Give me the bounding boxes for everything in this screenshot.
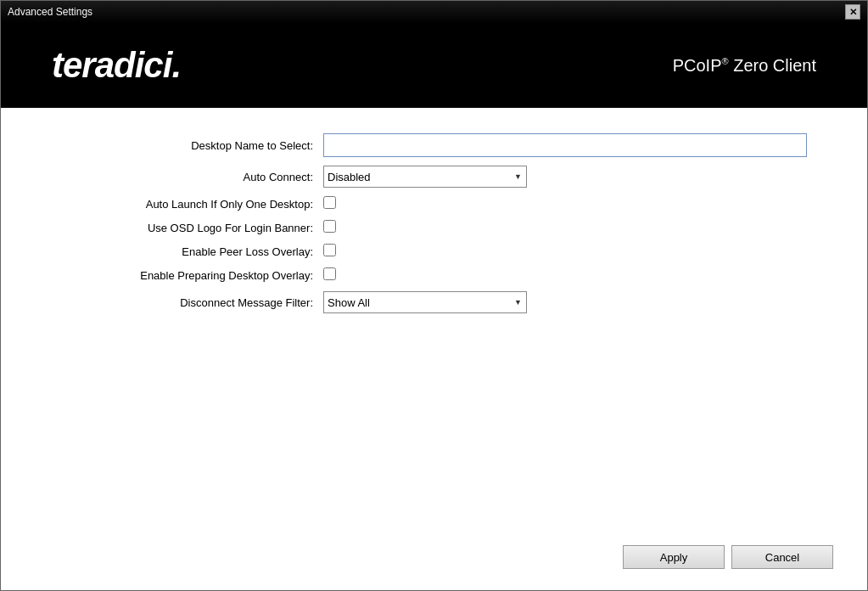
auto-launch-checkbox[interactable] xyxy=(323,196,336,209)
apply-button[interactable]: Apply xyxy=(623,545,725,569)
auto-connect-select[interactable]: Disabled Enabled xyxy=(323,166,527,188)
enable-peer-loss-row: Enable Peer Loss Overlay: xyxy=(35,244,833,259)
product-suffix: Zero Client xyxy=(729,56,816,75)
disconnect-filter-select-wrapper: Show All Show None Show Error xyxy=(323,291,527,313)
cancel-button[interactable]: Cancel xyxy=(731,545,833,569)
auto-launch-control xyxy=(323,196,833,211)
use-osd-logo-checkbox[interactable] xyxy=(323,220,336,233)
close-button[interactable]: ✕ xyxy=(845,4,860,20)
use-osd-logo-control xyxy=(323,220,833,235)
desktop-name-control xyxy=(323,133,833,157)
auto-launch-row: Auto Launch If Only One Desktop: xyxy=(35,196,833,211)
enable-preparing-control xyxy=(323,267,833,283)
teradici-logo: teradici. xyxy=(52,45,181,86)
window-title: Advanced Settings xyxy=(8,6,92,18)
enable-preparing-row: Enable Preparing Desktop Overlay: xyxy=(35,267,833,283)
auto-launch-label: Auto Launch If Only One Desktop: xyxy=(35,198,323,211)
desktop-name-label: Desktop Name to Select: xyxy=(35,139,323,152)
auto-connect-control: Disabled Enabled xyxy=(323,166,833,188)
product-sup: ® xyxy=(722,56,729,66)
auto-connect-label: Auto Connect: xyxy=(35,171,323,183)
disconnect-filter-label: Disconnect Message Filter: xyxy=(35,296,323,309)
enable-peer-loss-control xyxy=(323,244,833,259)
header-banner: teradici. PCoIP® Zero Client xyxy=(1,23,867,108)
logo-text: teradici. xyxy=(52,45,181,85)
title-bar: Advanced Settings ✕ xyxy=(1,1,867,23)
desktop-name-row: Desktop Name to Select: xyxy=(35,133,833,157)
product-name: PCoIP® Zero Client xyxy=(673,56,816,76)
footer-area: Apply Cancel xyxy=(35,537,833,573)
use-osd-logo-label: Use OSD Logo For Login Banner: xyxy=(35,222,323,234)
enable-preparing-checkbox[interactable] xyxy=(323,267,336,280)
disconnect-filter-select[interactable]: Show All Show None Show Error xyxy=(323,291,527,313)
auto-connect-select-wrapper: Disabled Enabled xyxy=(323,166,527,188)
enable-peer-loss-checkbox[interactable] xyxy=(323,244,336,256)
desktop-name-input[interactable] xyxy=(323,133,807,157)
auto-connect-row: Auto Connect: Disabled Enabled xyxy=(35,166,833,188)
disconnect-filter-control: Show All Show None Show Error xyxy=(323,291,833,313)
content-area: Desktop Name to Select: Auto Connect: Di… xyxy=(1,108,867,590)
product-name-text: PCoIP xyxy=(673,56,722,75)
enable-peer-loss-label: Enable Peer Loss Overlay: xyxy=(35,245,323,258)
enable-preparing-label: Enable Preparing Desktop Overlay: xyxy=(35,269,323,282)
use-osd-logo-row: Use OSD Logo For Login Banner: xyxy=(35,220,833,235)
main-window: Advanced Settings ✕ teradici. PCoIP® Zer… xyxy=(0,0,868,591)
form-area: Desktop Name to Select: Auto Connect: Di… xyxy=(35,133,833,537)
disconnect-filter-row: Disconnect Message Filter: Show All Show… xyxy=(35,291,833,313)
